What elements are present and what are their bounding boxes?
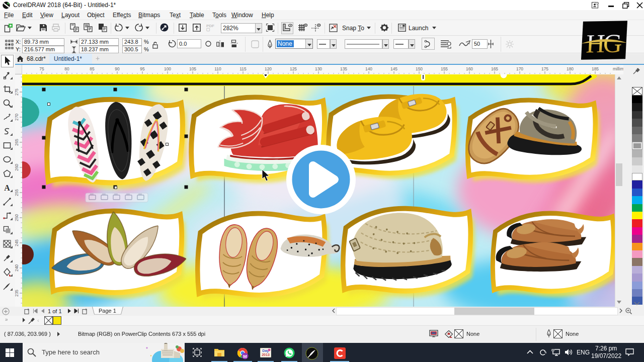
- svg-text:85: 85: [90, 66, 95, 71]
- svg-text:110: 110: [214, 66, 221, 71]
- svg-text:185: 185: [592, 66, 599, 71]
- svg-text:115: 115: [239, 66, 247, 71]
- svg-text:125: 125: [290, 66, 297, 71]
- svg-text:175: 175: [541, 66, 548, 71]
- svg-text:A: A: [4, 184, 10, 192]
- svg-text:90: 90: [115, 66, 120, 71]
- svg-text:155: 155: [441, 66, 448, 71]
- svg-text:180: 180: [567, 66, 574, 71]
- svg-text:165: 165: [491, 66, 498, 71]
- svg-text:120: 120: [265, 66, 272, 71]
- svg-text:260: 260: [15, 164, 19, 171]
- svg-text:245: 245: [15, 239, 19, 246]
- svg-text:270: 270: [15, 114, 19, 121]
- svg-text:255: 255: [15, 189, 19, 196]
- svg-text:Day: Day: [263, 349, 269, 353]
- svg-text:250: 250: [15, 214, 19, 221]
- svg-text:160: 160: [466, 66, 473, 71]
- svg-text:170: 170: [516, 66, 523, 71]
- svg-text:140: 140: [365, 66, 372, 71]
- svg-text:100: 100: [164, 66, 171, 71]
- svg-text:275: 275: [15, 88, 19, 96]
- svg-text:130: 130: [315, 66, 322, 71]
- svg-text:105: 105: [189, 66, 196, 71]
- svg-text:M: M: [243, 354, 247, 359]
- svg-text:150: 150: [416, 66, 423, 71]
- svg-text:235: 235: [15, 290, 19, 297]
- svg-text:265: 265: [15, 139, 19, 146]
- svg-text:145: 145: [390, 66, 397, 71]
- svg-text:95: 95: [140, 66, 145, 71]
- svg-text:135: 135: [340, 66, 347, 71]
- svg-text:2013: 2013: [262, 353, 270, 356]
- svg-text:80: 80: [64, 66, 69, 71]
- svg-text:75: 75: [39, 66, 44, 71]
- svg-text:240: 240: [15, 264, 19, 272]
